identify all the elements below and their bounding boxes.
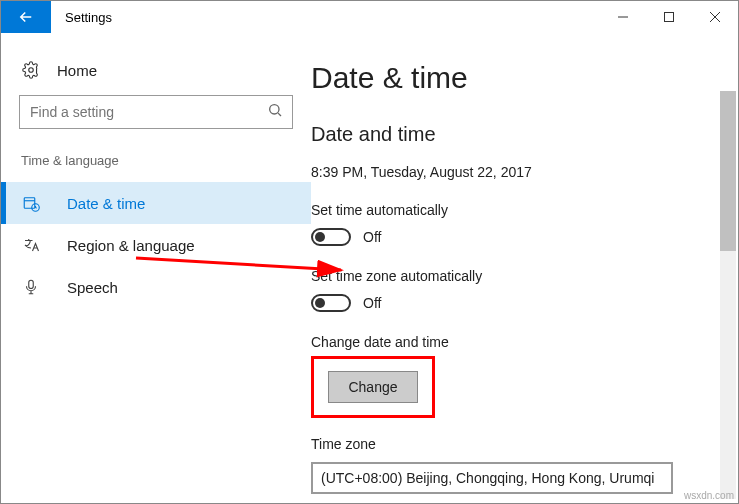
current-datetime: 8:39 PM, Tuesday, August 22, 2017 xyxy=(311,164,738,180)
gear-icon xyxy=(21,61,41,79)
close-button[interactable] xyxy=(692,1,738,33)
watermark: wsxdn.com xyxy=(684,490,734,501)
svg-point-4 xyxy=(29,68,34,73)
window-controls xyxy=(600,1,738,33)
home-nav[interactable]: Home xyxy=(1,53,311,87)
sidebar-item-date-time[interactable]: Date & time xyxy=(1,182,311,224)
annotation-highlight: Change xyxy=(311,356,435,418)
set-time-auto-state: Off xyxy=(363,229,381,245)
section-heading: Date and time xyxy=(311,123,738,146)
set-time-auto-toggle[interactable] xyxy=(311,228,351,246)
sidebar-item-label: Date & time xyxy=(67,195,145,212)
set-tz-auto-label: Set time zone automatically xyxy=(311,268,738,284)
search-container xyxy=(19,95,293,129)
timezone-select[interactable]: (UTC+08:00) Beijing, Chongqing, Hong Kon… xyxy=(311,462,673,494)
sidebar-item-label: Speech xyxy=(67,279,118,296)
sidebar-item-label: Region & language xyxy=(67,237,195,254)
back-button[interactable] xyxy=(1,1,51,33)
set-tz-auto-state: Off xyxy=(363,295,381,311)
set-time-auto-label: Set time automatically xyxy=(311,202,738,218)
sidebar-item-speech[interactable]: Speech xyxy=(1,266,311,308)
window-title: Settings xyxy=(51,1,600,33)
sidebar-item-region-language[interactable]: Region & language xyxy=(1,224,311,266)
set-tz-auto-toggle[interactable] xyxy=(311,294,351,312)
search-input[interactable] xyxy=(19,95,293,129)
main-content: Date & time Date and time 8:39 PM, Tuesd… xyxy=(311,33,738,503)
minimize-button[interactable] xyxy=(600,1,646,33)
change-datetime-label: Change date and time xyxy=(311,334,738,350)
svg-line-6 xyxy=(278,113,281,116)
scrollbar[interactable] xyxy=(720,91,736,499)
svg-rect-7 xyxy=(24,198,35,209)
change-button[interactable]: Change xyxy=(328,371,418,403)
svg-point-5 xyxy=(270,105,279,114)
svg-rect-1 xyxy=(665,13,674,22)
sidebar: Home Time & language Date & time Region … xyxy=(1,33,311,503)
timezone-value: (UTC+08:00) Beijing, Chongqing, Hong Kon… xyxy=(321,470,654,486)
calendar-clock-icon xyxy=(21,194,41,212)
language-icon xyxy=(21,236,41,254)
maximize-button[interactable] xyxy=(646,1,692,33)
scroll-thumb[interactable] xyxy=(720,91,736,251)
search-icon xyxy=(267,102,283,122)
titlebar: Settings xyxy=(1,1,738,33)
page-title: Date & time xyxy=(311,61,738,95)
timezone-label: Time zone xyxy=(311,436,738,452)
category-label: Time & language xyxy=(1,147,311,182)
microphone-icon xyxy=(21,278,41,296)
home-label: Home xyxy=(57,62,97,79)
svg-rect-10 xyxy=(29,280,34,288)
